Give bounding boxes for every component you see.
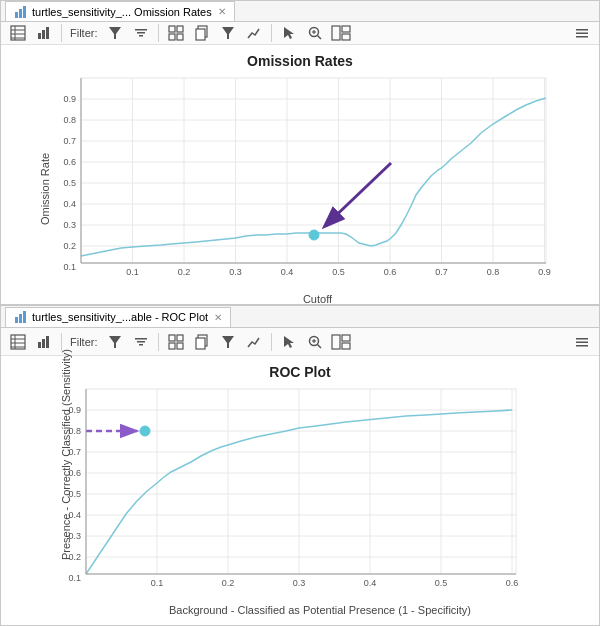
svg-marker-11 [109,27,121,39]
svg-text:0.2: 0.2 [63,241,76,251]
grid-btn[interactable] [165,22,187,44]
svg-rect-104 [576,345,588,347]
b-menu-icon [574,334,590,350]
top-chart-title: Omission Rates [1,53,599,69]
layout-btn[interactable] [330,22,352,44]
b-filter-options-icon [133,334,149,350]
b-grid-btn[interactable] [165,331,187,353]
bar-chart-btn[interactable] [33,22,55,44]
svg-rect-15 [169,26,175,32]
toolbar-sep-1 [61,24,62,42]
svg-rect-17 [169,34,175,40]
svg-text:0.3: 0.3 [293,578,306,588]
svg-rect-99 [332,335,340,349]
bottom-y-axis-label: Presence - Correctly Classified (Sensiti… [60,440,72,560]
b-menu-btn[interactable] [571,331,593,353]
svg-rect-82 [46,336,49,348]
svg-text:0.5: 0.5 [435,578,448,588]
layout-icon [331,25,351,41]
bottom-chart-title: ROC Plot [1,364,599,380]
svg-text:0.5: 0.5 [63,178,76,188]
copy-btn[interactable] [191,22,213,44]
menu-icon [574,25,590,41]
svg-text:0.9: 0.9 [63,94,76,104]
svg-text:0.2: 0.2 [178,267,191,277]
filter-options-btn[interactable] [130,22,152,44]
b-layout-btn[interactable] [330,331,352,353]
b-grid-icon [168,334,184,350]
top-chart-svg: 0.9 0.8 0.7 0.6 0.5 0.4 0.3 0.2 0.1 0.1 … [51,73,561,291]
b-filter-funnel-btn[interactable] [104,331,126,353]
menu-btn[interactable] [571,22,593,44]
svg-text:0.4: 0.4 [281,267,294,277]
top-y-axis-label: Omission Rate [39,153,51,225]
svg-rect-32 [576,36,588,38]
bottom-tab-close[interactable]: ✕ [214,312,222,323]
top-tab-label: turtles_sensitivity_... Omission Rates [32,6,212,18]
svg-rect-100 [342,335,350,341]
svg-line-96 [317,344,321,348]
zoom-btn[interactable] [304,22,326,44]
svg-text:0.1: 0.1 [126,267,139,277]
svg-rect-28 [342,26,350,32]
svg-marker-22 [284,27,294,39]
bottom-panel: turtles_sensitivity_...able - ROC Plot ✕… [0,305,600,626]
cursor-btn[interactable] [278,22,300,44]
b-toolbar-sep-2 [158,333,159,351]
b-filter2-btn[interactable] [217,331,239,353]
zoom-icon [307,25,323,41]
svg-rect-12 [135,29,147,31]
svg-text:0.4: 0.4 [63,199,76,209]
table-icon-btn[interactable] [7,22,29,44]
svg-text:0.4: 0.4 [364,578,377,588]
svg-text:0.3: 0.3 [229,267,242,277]
svg-rect-1 [19,9,22,18]
bottom-tab[interactable]: turtles_sensitivity_...able - ROC Plot ✕ [5,307,231,327]
b-filter-options-btn[interactable] [130,331,152,353]
bottom-tab-bar: turtles_sensitivity_...able - ROC Plot ✕ [1,306,599,328]
filter2-btn[interactable] [217,22,239,44]
svg-rect-103 [576,341,588,343]
b-table-btn[interactable] [7,331,29,353]
svg-text:0.7: 0.7 [63,136,76,146]
svg-rect-10 [46,27,49,39]
svg-rect-2 [23,6,26,18]
b-cursor-btn[interactable] [278,331,300,353]
toolbar-sep-2 [158,24,159,42]
svg-rect-88 [177,335,183,341]
line-chart-icon [246,25,262,41]
svg-line-24 [317,36,321,40]
svg-text:0.8: 0.8 [487,267,500,277]
chart2-icon [14,310,28,324]
b-bar-chart-icon [36,334,52,350]
top-tab-bar: turtles_sensitivity_... Omission Rates ✕ [1,1,599,22]
b-line-chart-btn[interactable] [243,331,265,353]
svg-rect-14 [139,35,143,37]
svg-marker-94 [284,336,294,348]
svg-rect-87 [169,335,175,341]
svg-rect-8 [38,33,41,39]
svg-text:0.1: 0.1 [68,573,81,583]
filter2-icon [220,25,236,41]
b-zoom-btn[interactable] [304,331,326,353]
b-filter-label: Filter: [70,336,98,348]
bar-chart-icon [36,25,52,41]
filter-funnel-btn[interactable] [104,22,126,44]
grid-icon [168,25,184,41]
bottom-chart-svg: 0.9 0.8 0.7 0.6 0.5 0.4 0.3 0.2 0.1 0.1 … [56,384,566,602]
svg-rect-27 [332,26,340,40]
b-bar-chart-btn[interactable] [33,331,55,353]
svg-text:0.5: 0.5 [332,267,345,277]
top-tab[interactable]: turtles_sensitivity_... Omission Rates ✕ [5,1,235,21]
svg-marker-93 [222,336,234,348]
top-toolbar: Filter: [1,22,599,45]
bottom-chart-container: ROC Plot Presence - Correctly Classified… [1,356,599,625]
bottom-tab-label: turtles_sensitivity_...able - ROC Plot [32,311,208,323]
svg-rect-106 [86,389,516,574]
table-icon [10,25,26,41]
top-tab-close[interactable]: ✕ [218,6,226,17]
svg-rect-85 [137,341,145,343]
line-chart-btn[interactable] [243,22,265,44]
b-copy-btn[interactable] [191,331,213,353]
svg-text:0.2: 0.2 [222,578,235,588]
